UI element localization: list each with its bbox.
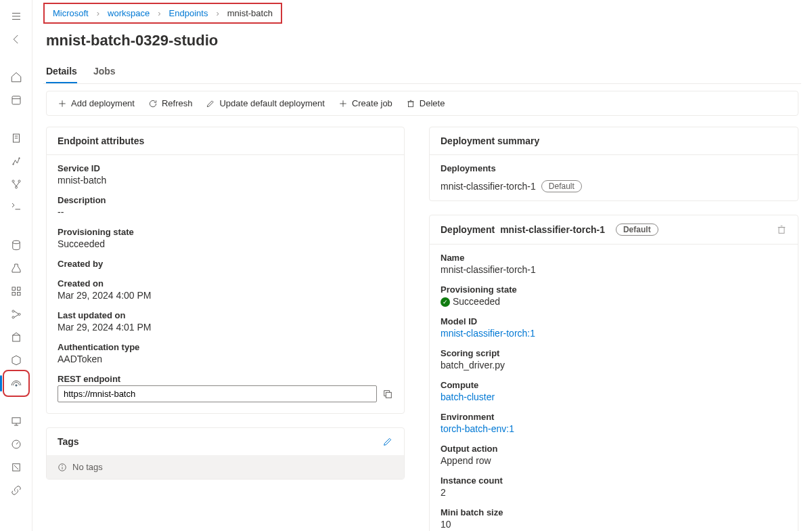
edit-icon[interactable] [382, 436, 393, 447]
svg-point-22 [12, 316, 14, 318]
svg-point-10 [12, 180, 14, 182]
info-icon [58, 463, 67, 472]
tags-empty-text: No tags [72, 462, 103, 472]
prompt-flow-icon[interactable] [5, 196, 27, 218]
field-label: Provisioning state [58, 227, 393, 237]
home-icon[interactable] [5, 66, 27, 88]
edit-icon [206, 99, 215, 108]
plus-icon [58, 99, 67, 108]
card-title: Endpoint attributes [47, 127, 404, 155]
models-icon[interactable] [5, 349, 27, 371]
monitoring-icon[interactable] [5, 433, 27, 455]
svg-rect-26 [12, 335, 20, 341]
notebooks-icon[interactable] [5, 127, 27, 149]
svg-line-24 [14, 312, 18, 314]
field-label: Output action [441, 444, 787, 454]
svg-rect-38 [408, 102, 413, 107]
field-value: 10 [441, 519, 787, 530]
svg-rect-20 [17, 293, 20, 296]
pipelines-icon[interactable] [5, 303, 27, 325]
copy-icon[interactable] [382, 389, 393, 400]
trash-icon[interactable] [776, 224, 787, 235]
field-label: Authentication type [58, 342, 393, 352]
field-label: Service ID [58, 163, 393, 173]
tab-details[interactable]: Details [46, 60, 77, 83]
field-value: Mar 29, 2024 4:01 PM [58, 322, 393, 333]
breadcrumb-link[interactable]: Endpoints [169, 8, 208, 18]
deployment-summary-card: Deployment summary Deployments mnist-cla… [429, 127, 798, 201]
automated-ml-icon[interactable] [5, 150, 27, 172]
page-title: mnist-batch-0329-studio [46, 32, 801, 49]
linked-icon[interactable] [5, 480, 27, 501]
breadcrumb-link[interactable]: Microsoft [53, 8, 89, 18]
field-value: AADToken [58, 354, 393, 364]
refresh-icon [148, 99, 158, 108]
field-label: Model ID [441, 316, 787, 326]
model-catalog-icon[interactable] [5, 89, 27, 111]
model-id-link[interactable]: mnist-classifier-torch:1 [441, 328, 787, 339]
field-value: ✓Succeeded [441, 296, 787, 307]
svg-line-14 [16, 182, 20, 186]
deployment-detail-card: Deployment mnist-classifier-torch-1 Defa… [429, 215, 798, 531]
svg-point-12 [15, 186, 17, 188]
add-deployment-button[interactable]: Add deployment [58, 98, 135, 108]
svg-rect-18 [17, 287, 20, 291]
field-label: Environment [441, 412, 787, 422]
svg-line-32 [16, 442, 18, 444]
designer-icon[interactable] [5, 173, 27, 195]
toolbar: Add deployment Refresh Update default de… [46, 91, 798, 116]
left-nav [0, 0, 32, 531]
datalabeling-icon[interactable] [5, 456, 27, 478]
field-label: Instance count [441, 475, 787, 486]
trash-icon [406, 99, 415, 108]
endpoints-icon[interactable] [5, 373, 27, 394]
field-value: Mar 29, 2024 4:00 PM [58, 290, 393, 301]
tabs: Details Jobs [43, 60, 801, 84]
breadcrumb-link[interactable]: workspace [108, 8, 150, 18]
field-label: Compute [441, 380, 787, 390]
deployment-header-name: mnist-classifier-torch-1 [500, 224, 605, 235]
svg-point-21 [12, 310, 14, 312]
compute-link[interactable]: batch-cluster [441, 391, 787, 402]
svg-rect-45 [779, 228, 784, 234]
default-badge: Default [541, 180, 582, 192]
field-label: Provisioning state [441, 284, 787, 295]
back-icon[interactable] [5, 28, 27, 50]
field-label: Created by [58, 259, 393, 269]
environments-icon[interactable] [5, 326, 27, 348]
field-label: Last updated on [58, 310, 393, 320]
chevron-right-icon: › [97, 8, 99, 18]
menu-icon[interactable] [5, 5, 27, 27]
svg-rect-3 [12, 96, 20, 104]
environment-link[interactable]: torch-batch-env:1 [441, 423, 787, 434]
svg-line-13 [13, 182, 16, 186]
delete-button[interactable]: Delete [406, 98, 445, 108]
svg-rect-41 [386, 392, 391, 398]
refresh-button[interactable]: Refresh [148, 98, 193, 108]
data-icon[interactable] [5, 234, 27, 256]
breadcrumb: Microsoft › workspace › Endpoints › mnis… [43, 3, 282, 24]
plus-icon [338, 99, 348, 108]
svg-rect-19 [12, 293, 16, 296]
field-label: Description [58, 195, 393, 205]
field-value: 2 [441, 487, 787, 498]
field-value: Succeeded [58, 238, 393, 249]
card-title: Deployment summary [430, 127, 798, 155]
svg-rect-28 [12, 418, 20, 423]
components-icon[interactable] [5, 280, 27, 302]
breadcrumb-current: mnist-batch [227, 8, 273, 18]
update-default-button[interactable]: Update default deployment [206, 98, 324, 108]
rest-endpoint-input[interactable] [58, 385, 377, 402]
field-label: Created on [58, 278, 393, 289]
success-icon: ✓ [441, 297, 450, 307]
jobs-icon[interactable] [5, 257, 27, 279]
tab-jobs[interactable]: Jobs [93, 60, 116, 83]
create-job-button[interactable]: Create job [338, 98, 392, 108]
svg-line-25 [14, 315, 18, 318]
endpoint-attributes-card: Endpoint attributes Service IDmnist-batc… [46, 127, 405, 414]
svg-rect-17 [12, 287, 16, 291]
field-value: batch_driver.py [441, 360, 787, 370]
compute-icon[interactable] [5, 410, 27, 432]
deployment-row: mnist-classifier-torch-1 Default [441, 180, 787, 192]
deployments-label: Deployments [441, 163, 787, 173]
